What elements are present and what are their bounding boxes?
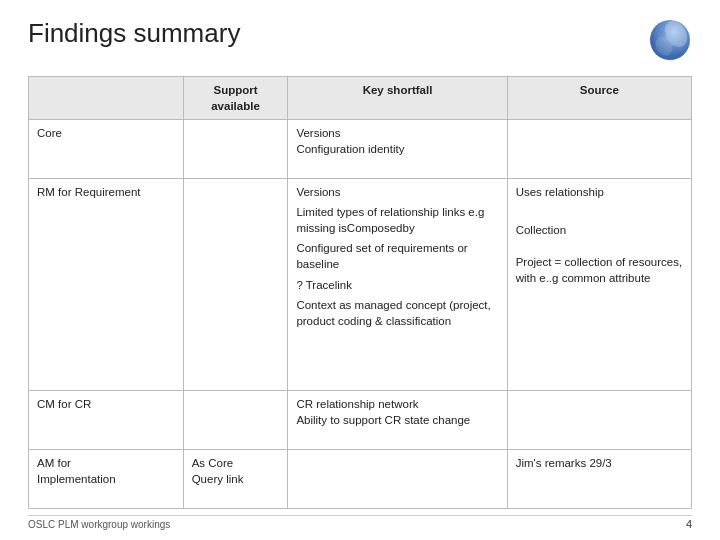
row-key-am xyxy=(288,450,507,509)
findings-table: Support available Key shortfall Source C… xyxy=(28,76,692,509)
rm-key-line1: Versions xyxy=(296,184,498,200)
table-row: Core VersionsConfiguration identity xyxy=(29,120,692,179)
col-header-source: Source xyxy=(507,77,691,120)
row-name-cm: CM for CR xyxy=(29,391,184,450)
row-name-am: AM forImplementation xyxy=(29,450,184,509)
rm-key-line4: ? Tracelink xyxy=(296,277,498,293)
footer-text: OSLC PLM workgroup workings xyxy=(28,519,170,530)
table-header-row: Support available Key shortfall Source xyxy=(29,77,692,120)
page-title: Findings summary xyxy=(28,18,240,49)
rm-key-line3: Configured set of requirements or baseli… xyxy=(296,240,498,272)
rm-key-line5: Context as managed concept (project, pro… xyxy=(296,297,498,329)
row-source-rm: Uses relationship Collection Project = c… xyxy=(507,179,691,391)
row-support-cm xyxy=(183,391,288,450)
rm-source-line3: Project = collection of resources, with … xyxy=(516,254,683,286)
table-row: CM for CR CR relationship networkAbility… xyxy=(29,391,692,450)
footer: OSLC PLM workgroup workings 4 xyxy=(28,515,692,530)
row-name-core: Core xyxy=(29,120,184,179)
rm-key-line2: Limited types of relationship links e.g … xyxy=(296,204,498,236)
page-wrapper: Findings summary Support available Key s… xyxy=(0,0,720,540)
table-row: RM for Requirement Versions Limited type… xyxy=(29,179,692,391)
row-support-am: As CoreQuery link xyxy=(183,450,288,509)
row-source-cm xyxy=(507,391,691,450)
oslc-logo xyxy=(648,18,692,62)
col-header-name xyxy=(29,77,184,120)
row-key-cm: CR relationship networkAbility to suppor… xyxy=(288,391,507,450)
row-support-core xyxy=(183,120,288,179)
row-support-rm xyxy=(183,179,288,391)
row-name-rm: RM for Requirement xyxy=(29,179,184,391)
row-source-core xyxy=(507,120,691,179)
col-header-support: Support available xyxy=(183,77,288,120)
col-header-key: Key shortfall xyxy=(288,77,507,120)
page-number: 4 xyxy=(686,518,692,530)
rm-source-line1: Uses relationship xyxy=(516,184,683,200)
page-header: Findings summary xyxy=(28,18,692,62)
rm-source-line2: Collection xyxy=(516,222,683,238)
table-row: AM forImplementation As CoreQuery link J… xyxy=(29,450,692,509)
row-key-core: VersionsConfiguration identity xyxy=(288,120,507,179)
row-source-am: Jim's remarks 29/3 xyxy=(507,450,691,509)
row-key-rm: Versions Limited types of relationship l… xyxy=(288,179,507,391)
